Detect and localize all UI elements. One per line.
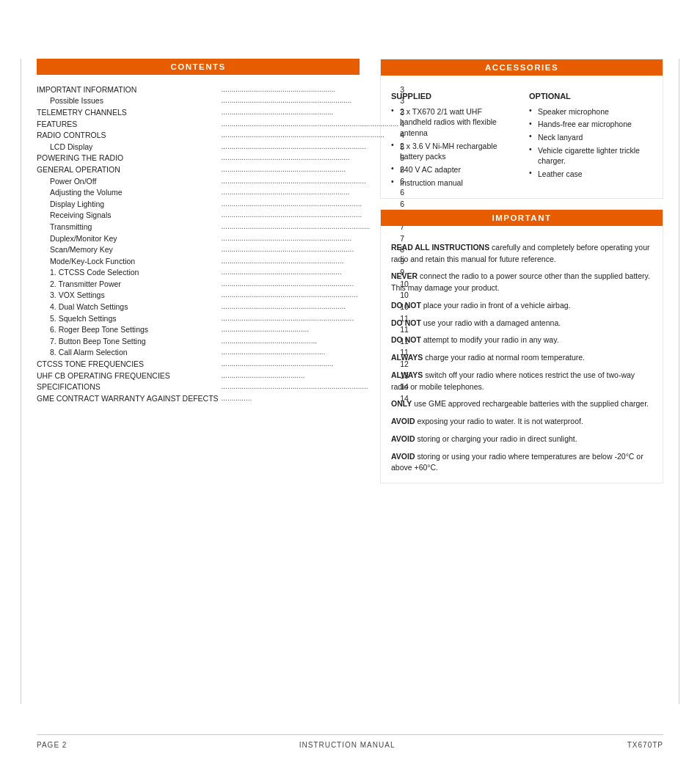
accessories-header: ACCESSORIES [381, 59, 663, 76]
supplied-column: SUPPLIED 2 x TX670 2/1 watt UHF handheld… [391, 92, 514, 189]
important-para: NEVER connect the radio to a power sourc… [391, 271, 652, 294]
contents-section: CONTENTS IMPORTANT INFORMATION..........… [37, 59, 360, 483]
contents-dots: ........................................… [222, 347, 399, 359]
important-para: ALWAYS switch off your radio where notic… [391, 370, 652, 393]
optional-item: Leather case [529, 167, 652, 180]
important-para: READ ALL INSTRUCTIONS carefully and comp… [391, 242, 652, 266]
important-text: storing or charging your radio in direct… [415, 434, 577, 443]
contents-label: Transmitting [37, 221, 222, 233]
contents-label: Adjusting the Volume [37, 186, 222, 198]
contents-label: Display Lighting [37, 198, 222, 210]
contents-dots: ........................................… [222, 255, 399, 267]
contents-label: TELEMETRY CHANNELS [37, 106, 222, 118]
contents-row: 6. Roger Beep Tone Settings ............… [37, 324, 409, 335]
optional-column: OPTIONAL Speaker microphoneHands-free ea… [529, 92, 652, 189]
footer-page: PAGE 2 [37, 741, 67, 749]
important-bold: DO NOT [391, 335, 421, 344]
supplied-item: Instruction manual [391, 176, 514, 189]
contents-row: UHF CB OPERATING FREQUENCIES............… [37, 370, 409, 381]
contents-dots: ........................................… [222, 95, 399, 107]
contents-row: POWERING THE RADIO .....................… [37, 153, 409, 164]
contents-row: 5. Squelch Settings ....................… [37, 313, 409, 324]
important-bold: ALWAYS [391, 370, 423, 379]
contents-row: FEATURES................................… [37, 118, 409, 130]
contents-dots: ........................................… [222, 381, 399, 392]
contents-label: 6. Roger Beep Tone Settings [37, 324, 222, 335]
contents-label: Receiving Signals [37, 210, 222, 222]
contents-label: 3. VOX Settings [37, 290, 222, 302]
contents-label: GENERAL OPERATION [37, 164, 222, 175]
main-content: CONTENTS IMPORTANT INFORMATION..........… [0, 0, 700, 527]
optional-item: Hands-free ear microphone [529, 118, 652, 131]
supplied-item: 2 x TX670 2/1 watt UHF handheld radios w… [391, 105, 514, 139]
contents-row: Receiving Signals.......................… [37, 210, 409, 222]
optional-item: Vehicle cigarette lighter trickle charge… [529, 144, 652, 167]
contents-dots: ........................................… [222, 198, 399, 210]
important-bold: ALWAYS [391, 353, 423, 362]
important-text: exposing your radio to water. It is not … [415, 417, 583, 425]
optional-header: OPTIONAL [529, 92, 652, 101]
contents-row: Mode/Key-Lock Function..................… [37, 255, 409, 267]
contents-dots: ........................................… [222, 313, 399, 324]
contents-label: Duplex/Monitor Key [37, 233, 222, 244]
contents-row: 3. VOX Settings ........................… [37, 290, 409, 302]
contents-label: 4. Dual Watch Settings [37, 301, 222, 313]
supplied-header: SUPPLIED [391, 92, 514, 101]
footer: PAGE 2 INSTRUCTION MANUAL TX670TP [37, 734, 663, 749]
contents-dots: ........................................… [222, 186, 399, 198]
right-border [679, 59, 679, 704]
contents-header: CONTENTS [37, 59, 360, 75]
important-text: switch off your radio where notices rest… [391, 370, 635, 391]
contents-row: Possible Issues.........................… [37, 95, 409, 107]
contents-dots: ........................................… [222, 106, 399, 118]
contents-dots: ........................................… [222, 301, 399, 313]
important-para: DO NOT use your radio with a damaged ant… [391, 318, 652, 329]
important-text: use GME approved rechargeable batteries … [412, 399, 649, 408]
contents-label: 1. CTCSS Code Selection [37, 267, 222, 279]
supplied-item: 2 x 3.6 V Ni-MH rechargable battery pack… [391, 139, 514, 163]
important-bold: NEVER [391, 271, 418, 280]
contents-row: RADIO CONTROLS..........................… [37, 129, 409, 141]
contents-label: SPECIFICATIONS [37, 381, 222, 392]
important-para: AVOID storing or using your radio where … [391, 451, 652, 475]
contents-row: Power On/Off ...........................… [37, 175, 409, 187]
contents-dots: ........................................… [222, 141, 399, 153]
contents-dots: ........................................… [222, 129, 399, 141]
accessories-section: ACCESSORIES SUPPLIED 2 x TX670 2/1 watt … [380, 59, 663, 199]
important-bold: AVOID [391, 417, 415, 425]
important-para: DO NOT place your radio in front of a ve… [391, 300, 652, 312]
contents-row: LCD Display ............................… [37, 141, 409, 153]
contents-label: UHF CB OPERATING FREQUENCIES [37, 370, 222, 381]
contents-label: Power On/Off [37, 175, 222, 187]
contents-row: GENERAL OPERATION.......................… [37, 164, 409, 175]
contents-dots: ........................................… [222, 153, 399, 164]
important-para: ALWAYS charge your radio at normal room … [391, 352, 652, 364]
important-para: AVOID exposing your radio to water. It i… [391, 416, 652, 428]
contents-dots: ........................................… [222, 335, 399, 347]
contents-label: LCD Display [37, 141, 222, 153]
supplied-list: 2 x TX670 2/1 watt UHF handheld radios w… [391, 105, 514, 189]
contents-row: Adjusting the Volume ...................… [37, 186, 409, 198]
footer-model: TX670TP [627, 741, 663, 749]
contents-dots: ........................................… [222, 358, 399, 370]
contents-dots: ........................................… [222, 267, 399, 279]
contents-dots: ........................................… [222, 164, 399, 175]
contents-label: Possible Issues [37, 95, 222, 107]
contents-row: 4. Dual Watch Settings..................… [37, 301, 409, 313]
footer-center: INSTRUCTION MANUAL [299, 741, 395, 749]
contents-dots: ........................................… [222, 290, 399, 302]
contents-row: Duplex/Monitor Key......................… [37, 233, 409, 244]
important-text: charge your radio at normal room tempera… [423, 353, 585, 362]
important-text: storing or using your radio where temper… [391, 452, 644, 472]
contents-dots: ........................................… [222, 278, 399, 290]
contents-label: 5. Squelch Settings [37, 313, 222, 324]
important-text: connect the radio to a power source othe… [391, 271, 650, 292]
contents-dots: ............... [222, 392, 399, 404]
important-para: AVOID storing or charging your radio in … [391, 434, 652, 445]
important-bold: DO NOT [391, 301, 421, 310]
contents-row: TELEMETRY CHANNELS......................… [37, 106, 409, 118]
optional-list: Speaker microphoneHands-free ear microph… [529, 105, 652, 180]
left-border [21, 59, 21, 704]
important-bold: AVOID [391, 452, 415, 461]
important-section: IMPORTANT READ ALL INSTRUCTIONS carefull… [380, 209, 663, 483]
